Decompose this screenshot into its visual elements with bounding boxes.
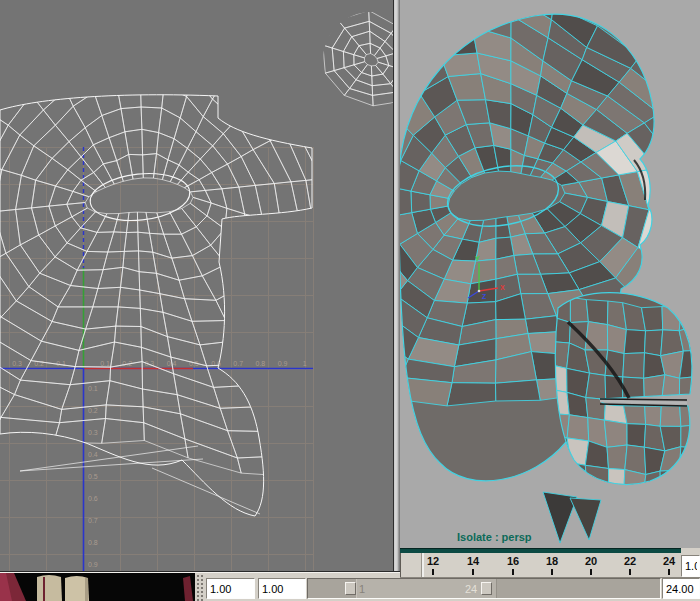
viewport-divider[interactable]	[393, 0, 400, 577]
playback-end-field[interactable]	[662, 578, 700, 599]
timeline-tick-mark	[472, 569, 474, 575]
svg-text:0.1: 0.1	[56, 360, 66, 367]
timeline-tick-mark	[590, 569, 592, 575]
range-start-label: 1	[359, 582, 365, 596]
left-viewport[interactable]: 0.10.20.30.40.50.60.70.80.910.30.20.10.1…	[0, 0, 393, 571]
animation-start-field[interactable]	[206, 578, 255, 599]
timeline-tick-label: 18	[541, 555, 563, 567]
svg-text:Z: Z	[482, 293, 487, 300]
right-viewport[interactable]: YXZ Isolate : persp	[400, 0, 700, 548]
svg-text:0.8: 0.8	[256, 360, 266, 367]
svg-text:0.6: 0.6	[88, 495, 98, 502]
front-view-strip[interactable]	[0, 573, 195, 601]
svg-text:0.9: 0.9	[278, 360, 288, 367]
chin-spike	[570, 498, 601, 540]
svg-text:X: X	[500, 284, 505, 291]
svg-text:Y: Y	[475, 255, 480, 262]
stray-edges	[20, 446, 203, 471]
timeline-tick-mark	[668, 569, 670, 575]
timeline-tick-label: 24	[658, 555, 680, 567]
mouth-slit	[600, 401, 687, 403]
timeline-tick-mark	[512, 569, 514, 575]
timeline-tick-label: 14	[462, 555, 484, 567]
left-viewport-canvas: 0.10.20.30.40.50.60.70.80.910.30.20.10.1…	[0, 0, 393, 571]
svg-text:0.1: 0.1	[88, 385, 98, 392]
svg-text:0.1: 0.1	[100, 360, 110, 367]
timeline-tick-label: 12	[422, 555, 444, 567]
current-time-field[interactable]	[681, 555, 700, 577]
svg-text:0.3: 0.3	[12, 360, 22, 367]
svg-text:0.7: 0.7	[233, 360, 243, 367]
timeline-tick-mark	[551, 569, 553, 575]
range-end-label: 24	[465, 582, 477, 596]
eye-socket-outline	[88, 169, 192, 225]
timeline-tick-label: 20	[580, 555, 602, 567]
wireframe-sphere-mesh	[323, 10, 393, 105]
playback-start-field[interactable]	[258, 578, 306, 599]
svg-text:0.7: 0.7	[88, 517, 98, 524]
range-slider[interactable]: 1 24	[307, 578, 661, 599]
front-view-strip-canvas	[0, 573, 195, 601]
maya-window: 0.10.20.30.40.50.60.70.80.910.30.20.10.1…	[0, 0, 700, 601]
svg-text:0.3: 0.3	[88, 429, 98, 436]
svg-text:0.4: 0.4	[88, 451, 98, 458]
timeline-tick-mark	[629, 569, 631, 575]
leg-shade-2	[85, 578, 88, 601]
panel-grip[interactable]	[195, 573, 205, 601]
right-viewport-canvas: YXZ	[400, 0, 700, 548]
timeline-tick-label: 16	[502, 555, 524, 567]
grid	[0, 147, 314, 571]
svg-text:0.8: 0.8	[88, 539, 98, 546]
leg-shape-1	[37, 575, 62, 601]
svg-text:0.2: 0.2	[88, 407, 98, 414]
svg-text:0.9: 0.9	[88, 561, 98, 568]
wireframe-head-mesh	[0, 0, 393, 478]
red-shape-right	[183, 576, 193, 601]
timeline-tick-mark	[432, 569, 434, 575]
range-start-handle[interactable]	[345, 582, 356, 595]
timeline-tick-label: 22	[619, 555, 641, 567]
svg-text:1: 1	[303, 360, 307, 367]
svg-text:0.5: 0.5	[88, 473, 98, 480]
isolate-mode-label: Isolate : persp	[457, 531, 532, 543]
range-end-handle[interactable]	[481, 582, 492, 595]
time-slider[interactable]: 12141618202224	[400, 553, 682, 578]
leg-seam-1	[43, 577, 45, 601]
